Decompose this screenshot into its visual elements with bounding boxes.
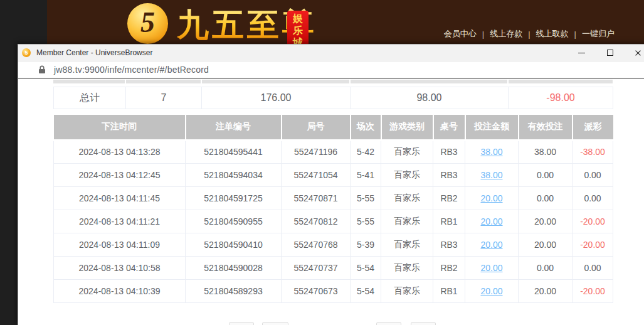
valid-bet-cell: 0.00: [519, 186, 573, 210]
session-cell: 5-41: [351, 163, 381, 186]
bet-amount-cell: 20.00: [465, 279, 519, 302]
table-row: 2024-08-13 04:10:58 521804590028 5524707…: [54, 256, 613, 279]
pagination: [18, 322, 644, 325]
bet-time-cell: 2024-08-13 04:11:21: [54, 210, 186, 233]
table-row: 2024-08-13 04:10:39 521804589293 5524706…: [54, 279, 613, 302]
badge-label: 娱乐城: [293, 13, 303, 48]
bet-time-cell: 2024-08-13 04:12:45: [54, 163, 186, 186]
valid-bet-cell: 0.00: [519, 256, 573, 279]
bet-time-cell: 2024-08-13 04:13:28: [54, 140, 186, 163]
minimize-button[interactable]: [567, 45, 596, 61]
ticket-cell: 521804590410: [186, 233, 282, 256]
window-title: Member Center - UniverseBrowser: [36, 48, 152, 57]
ticket-cell: 521804590955: [186, 210, 282, 233]
ticket-cell: 521804594034: [186, 163, 282, 186]
round-cell: 552470673: [282, 279, 351, 302]
column-header-payout: 派彩: [573, 115, 613, 140]
round-cell: 552470768: [282, 233, 351, 256]
bet-amount-cell: 20.00: [465, 186, 519, 210]
table-row: 2024-08-13 04:12:45 521804594034 5524710…: [54, 163, 613, 186]
maximize-button[interactable]: [596, 45, 624, 61]
payout-cell: -38.00: [573, 140, 613, 163]
payout-cell: 0.00: [573, 163, 613, 186]
valid-bet-cell: 38.00: [519, 140, 573, 163]
logo-number: 5: [140, 6, 155, 39]
bet-amount-link[interactable]: 38.00: [480, 170, 502, 180]
banner-nav: 会员中心 | 线上存款 | 线上取款 | 一键归户: [444, 28, 615, 40]
summary-row: 总计 7 176.00 98.00 -98.00: [54, 87, 613, 109]
round-cell: 552470871: [282, 186, 351, 210]
bet-amount-cell: 38.00: [465, 163, 519, 186]
pagination-button[interactable]: [376, 322, 401, 325]
minimize-icon: [578, 53, 585, 53]
bet-amount-link[interactable]: 20.00: [480, 193, 502, 203]
session-cell: 5-42: [351, 140, 381, 163]
lock-icon: [38, 65, 46, 74]
session-cell: 5-54: [351, 256, 381, 279]
nav-link-member-center[interactable]: 会员中心: [444, 28, 477, 40]
maximize-icon: [607, 50, 613, 56]
game-type-cell: 百家乐: [381, 186, 433, 210]
payout-cell: -20.00: [573, 210, 613, 233]
round-cell: 552470812: [282, 210, 351, 233]
nav-link-online-deposit[interactable]: 线上存款: [490, 28, 522, 40]
bet-amount-cell: 20.00: [465, 256, 519, 279]
bet-amount-cell: 20.00: [465, 233, 519, 256]
game-type-cell: 百家乐: [381, 256, 433, 279]
bet-amount-link[interactable]: 20.00: [480, 240, 502, 250]
table-row: 2024-08-13 04:13:28 521804595441 5524711…: [54, 140, 613, 163]
bet-amount-link[interactable]: 38.00: [480, 147, 502, 157]
bet-amount-cell: 20.00: [465, 210, 519, 233]
valid-bet-cell: 20.00: [519, 210, 573, 233]
url-field[interactable]: jw88.tv:9900/infe/mcenter/#/betRecord: [54, 65, 209, 75]
round-cell: 552471196: [282, 140, 351, 163]
nav-link-one-key-transfer[interactable]: 一键归户: [582, 28, 615, 40]
remnant-segment: [126, 80, 201, 83]
pagination-button[interactable]: [262, 322, 288, 325]
nav-separator: |: [574, 29, 576, 39]
ticket-cell: 521804591725: [186, 186, 282, 210]
session-cell: 5-55: [351, 210, 381, 233]
table-no-cell: RB3: [433, 163, 465, 186]
game-type-cell: 百家乐: [381, 233, 433, 256]
window-controls: [567, 45, 644, 61]
bet-amount-link[interactable]: 20.00: [480, 263, 502, 273]
table-no-cell: RB2: [433, 186, 465, 210]
table-no-cell: RB3: [433, 233, 465, 256]
table-no-cell: RB1: [433, 210, 465, 233]
game-type-cell: 百家乐: [381, 210, 433, 233]
round-cell: 552470737: [282, 256, 351, 279]
table-no-cell: RB2: [433, 256, 465, 279]
summary-bet-count: 7: [126, 87, 202, 109]
summary-bet-amount: 176.00: [202, 87, 351, 109]
bet-amount-link[interactable]: 20.00: [480, 216, 502, 226]
browser-window: 5 Member Center - UniverseBrowser jw88.t…: [18, 44, 644, 325]
favicon-number: 5: [24, 50, 28, 56]
page-content: 总计 7 176.00 98.00 -98.00 下注时间 注单编号 局号 场次…: [18, 80, 644, 325]
column-header-ticket-no: 注单编号: [186, 115, 282, 140]
window-titlebar[interactable]: 5 Member Center - UniverseBrowser: [18, 45, 644, 61]
nav-link-online-withdraw[interactable]: 线上取款: [536, 28, 569, 40]
game-type-cell: 百家乐: [381, 140, 433, 163]
column-header-valid-bet: 有效投注: [519, 115, 573, 140]
table-no-cell: RB3: [433, 140, 465, 163]
valid-bet-cell: 20.00: [519, 233, 573, 256]
column-header-game-type: 游戏类别: [381, 115, 433, 140]
close-icon: [635, 50, 641, 56]
column-header-bet-amount: 投注金额: [465, 115, 519, 140]
bet-amount-link[interactable]: 20.00: [480, 286, 502, 296]
summary-label: 总计: [54, 87, 126, 109]
table-no-cell: RB1: [433, 279, 465, 302]
bet-time-cell: 2024-08-13 04:10:39: [54, 279, 186, 302]
address-bar[interactable]: jw88.tv:9900/infe/mcenter/#/betRecord: [18, 61, 644, 79]
ticket-cell: 521804590028: [186, 256, 282, 279]
nav-separator: |: [482, 29, 484, 39]
valid-bet-cell: 20.00: [519, 279, 573, 302]
pagination-button[interactable]: [411, 322, 436, 325]
remnant-segment: [53, 80, 125, 83]
table-top-remnant: [53, 80, 613, 83]
pagination-button[interactable]: [229, 322, 254, 325]
summary-valid-bet: 98.00: [351, 87, 509, 109]
valid-bet-cell: 0.00: [519, 163, 573, 186]
close-button[interactable]: [624, 45, 644, 61]
